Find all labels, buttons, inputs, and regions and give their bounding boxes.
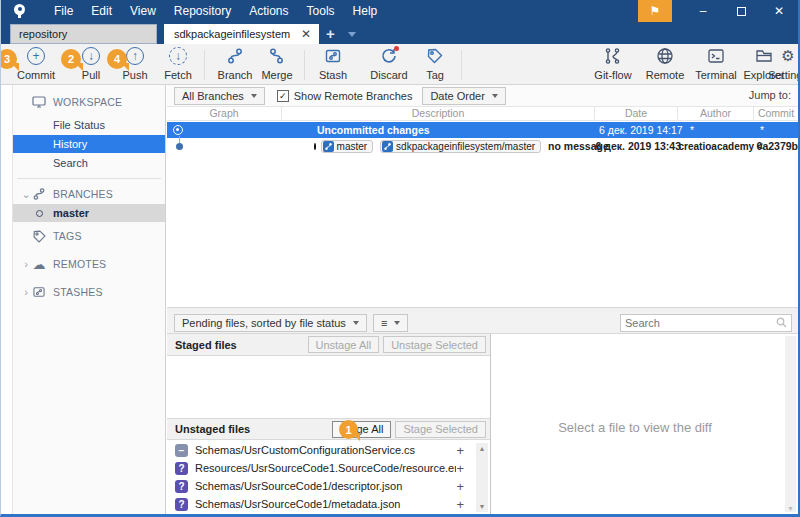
menu-bar: File Edit View Repository Actions Tools …: [45, 0, 386, 22]
maximize-button[interactable]: [722, 0, 760, 22]
diff-scrollbar[interactable]: ▼: [785, 336, 796, 512]
pull-icon: ↓: [82, 47, 100, 65]
sidebar-item-master[interactable]: master: [13, 204, 165, 222]
column-commit[interactable]: Commit: [754, 107, 798, 120]
menu-actions[interactable]: Actions: [240, 0, 297, 22]
column-graph[interactable]: Graph: [167, 107, 282, 120]
sidebar-item-search[interactable]: Search: [13, 154, 165, 172]
file-row[interactable]: Schemas/UsrSourceCode1/descriptor.json +: [167, 477, 490, 495]
view-options-dropdown[interactable]: ≡: [373, 314, 408, 332]
fetch-icon: ↓: [169, 47, 187, 65]
menu-edit[interactable]: Edit: [82, 0, 121, 22]
sidebar-item-history[interactable]: History: [13, 135, 165, 153]
tab-repository[interactable]: repository: [10, 24, 157, 44]
merge-icon: [268, 47, 286, 69]
git-flow-button[interactable]: Git-flow: [587, 47, 639, 83]
stage-file-plus-button[interactable]: +: [456, 479, 464, 494]
branch-badge-master[interactable]: master: [321, 140, 374, 153]
stash-button[interactable]: Stash: [309, 47, 357, 83]
menu-file[interactable]: File: [45, 0, 82, 22]
branch-icon: [323, 141, 334, 152]
settings-button[interactable]: ⚙ Settings: [766, 47, 800, 83]
chevron-down-icon: [394, 321, 400, 325]
scroll-down-icon[interactable]: ▼: [787, 505, 794, 512]
minimize-button[interactable]: –: [684, 0, 722, 22]
unstaged-files-title: Unstaged files: [175, 423, 250, 435]
diff-panel: Select a file to view the diff ▼: [492, 334, 798, 514]
commit-row-uncommitted[interactable]: Uncommitted changes 6 дек. 2019 14:17 * …: [167, 122, 798, 138]
maximize-icon: [737, 7, 746, 16]
left-rail: [1, 85, 13, 514]
fetch-button[interactable]: ↓ Fetch: [156, 47, 200, 83]
stage-file-plus-button[interactable]: +: [456, 461, 464, 476]
merge-button[interactable]: Merge: [253, 47, 301, 83]
tags-icon: [31, 229, 47, 244]
remote-button[interactable]: Remote: [641, 47, 689, 83]
terminal-button[interactable]: Terminal: [691, 47, 741, 83]
commit-table-header: Graph Description Date Author Commit: [167, 106, 798, 121]
graph-node-ring-icon: [173, 125, 183, 135]
scroll-up-icon[interactable]: ▲: [479, 445, 486, 452]
tab-sdkpackageinfilesystem[interactable]: sdkpackageinfilesystem ✕: [164, 24, 319, 44]
sidebar-section-workspace[interactable]: WORKSPACE: [13, 93, 165, 111]
stage-file-plus-button[interactable]: +: [456, 443, 464, 458]
column-date[interactable]: Date: [595, 107, 678, 120]
all-branches-dropdown[interactable]: All Branches: [174, 87, 265, 105]
unstage-selected-button: Unstage Selected: [383, 336, 486, 353]
commit-row-master[interactable]: master sdkpackageinfilesystem/master no …: [167, 138, 798, 154]
tab-active-label: sdkpackageinfilesystem: [174, 28, 290, 40]
column-description[interactable]: Description: [282, 107, 595, 120]
sourcetree-logo-icon: [13, 4, 27, 18]
body: WORKSPACE File Status History Search ⌄ B…: [1, 85, 798, 514]
graph-node-dot-icon: [176, 143, 183, 150]
staged-files-list[interactable]: [167, 356, 490, 418]
chevron-down-icon: [492, 94, 498, 98]
commit-count-badge: 3: [0, 49, 17, 69]
branch-badge-remote-master[interactable]: sdkpackageinfilesystem/master: [380, 140, 541, 153]
commit-hash: *: [754, 122, 798, 138]
chevron-down-icon[interactable]: ⌄: [21, 188, 31, 201]
pull-count-badge: 2: [61, 49, 81, 69]
window-controls: ⚑ – ✕: [638, 0, 798, 22]
file-list-scrollbar[interactable]: ▲ ▼: [476, 443, 488, 512]
column-author[interactable]: Author: [678, 107, 754, 120]
branch-icon: [226, 47, 244, 69]
tab-dropdown-icon[interactable]: [348, 32, 356, 37]
date-order-dropdown[interactable]: Date Order: [422, 87, 505, 105]
close-button[interactable]: ✕: [760, 0, 798, 22]
cloud-icon: ☁: [31, 257, 47, 272]
sidebar-section-tags[interactable]: TAGS: [13, 227, 165, 245]
gear-icon: ⚙: [781, 47, 794, 65]
show-remote-checkbox[interactable]: ✓: [277, 90, 289, 102]
stage-selected-button: Stage Selected: [395, 421, 486, 438]
file-row[interactable]: Resources/UsrSourceCode1.SourceCode/reso…: [167, 459, 490, 477]
discard-icon: [380, 47, 398, 69]
chevron-right-icon[interactable]: ›: [21, 258, 31, 270]
menu-view[interactable]: View: [121, 0, 165, 22]
file-search-input[interactable]: [621, 317, 776, 329]
chevron-right-icon[interactable]: ›: [21, 286, 31, 298]
flag-button[interactable]: ⚑: [638, 0, 672, 22]
sidebar-section-stashes[interactable]: › STASHES: [13, 283, 165, 301]
sidebar-item-file-status[interactable]: File Status: [13, 116, 165, 134]
sidebar-divider: [17, 178, 161, 179]
file-row[interactable]: Schemas/UsrSourceCode1/metadata.json +: [167, 495, 490, 513]
scroll-down-icon[interactable]: ▼: [479, 503, 486, 510]
menu-repository[interactable]: Repository: [165, 0, 240, 22]
branch-icon: [382, 141, 393, 152]
menu-tools[interactable]: Tools: [298, 0, 344, 22]
staged-files-header: Staged files Unstage All Unstage Selecte…: [167, 334, 490, 356]
tag-icon: [426, 47, 444, 69]
menu-help[interactable]: Help: [344, 0, 387, 22]
tag-button[interactable]: Tag: [417, 47, 453, 83]
pending-files-dropdown[interactable]: Pending files, sorted by file status: [174, 314, 367, 332]
discard-button[interactable]: Discard: [363, 47, 415, 83]
sidebar-section-branches[interactable]: ⌄ BRANCHES: [13, 185, 165, 203]
new-tab-button[interactable]: +: [326, 25, 335, 42]
file-row[interactable]: Schemas/UsrCustomConfigurationService.cs…: [167, 441, 490, 459]
commit-icon: +: [27, 47, 45, 65]
tab-close-icon[interactable]: ✕: [293, 27, 319, 41]
main-area: All Branches ✓ Show Remote Branches Date…: [167, 85, 798, 514]
stage-file-plus-button[interactable]: +: [456, 497, 464, 512]
sidebar-section-remotes[interactable]: › ☁ REMOTES: [13, 255, 165, 273]
